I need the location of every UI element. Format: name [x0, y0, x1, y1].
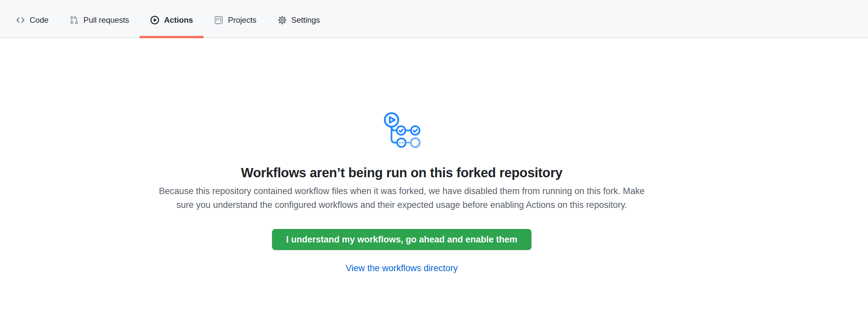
git-pull-request-icon — [69, 15, 79, 25]
repo-tab-navigation: Code Pull requests Actions — [0, 0, 868, 38]
page-title: Workflows aren’t being run on this forke… — [0, 165, 803, 180]
description-line-1: Because this repository contained workfl… — [0, 184, 803, 198]
project-icon — [214, 15, 223, 25]
tab-pull-requests[interactable]: Pull requests — [59, 0, 140, 37]
code-icon — [16, 15, 25, 25]
tab-label: Pull requests — [83, 16, 129, 24]
tab-settings[interactable]: Settings — [267, 0, 331, 37]
tab-label: Actions — [164, 16, 193, 24]
enable-workflows-button[interactable]: I understand my workflows, go ahead and … — [272, 229, 531, 250]
description-line-2: sure you understand the configured workf… — [0, 198, 803, 212]
view-workflows-directory-link[interactable]: View the workflows directory — [346, 263, 458, 273]
gear-icon — [278, 15, 287, 25]
play-circle-icon — [150, 15, 159, 25]
blankslate-description: Because this repository contained workfl… — [0, 184, 803, 212]
actions-disabled-blankslate: Workflows aren’t being run on this forke… — [0, 38, 803, 274]
tab-label: Settings — [291, 16, 320, 24]
tab-label: Code — [30, 16, 49, 24]
tab-projects[interactable]: Projects — [204, 0, 267, 37]
tab-label: Projects — [228, 16, 256, 24]
tab-code[interactable]: Code — [5, 0, 59, 37]
workflow-graph-icon — [382, 111, 421, 151]
tab-actions[interactable]: Actions — [140, 0, 204, 37]
